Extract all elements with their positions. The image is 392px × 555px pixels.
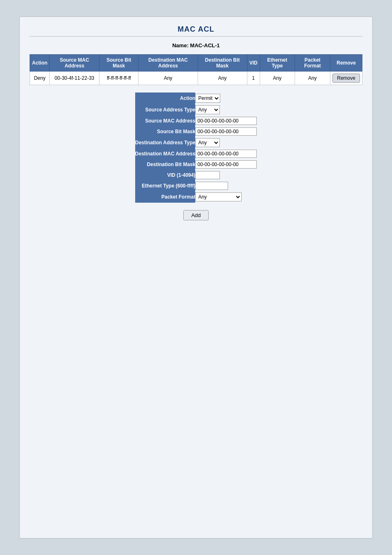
cell-ethernet-type: Any: [260, 72, 295, 85]
form-table: Action Permit Deny Source Address Type A…: [135, 92, 257, 203]
dest-address-type-select[interactable]: Any Host Single: [195, 138, 220, 147]
dest-mac-input[interactable]: [195, 150, 257, 158]
packet-format-input-cell: Any Untagged-eth2 Tagged Untagged-802.3: [195, 191, 257, 203]
dest-bitmask-input-cell: [195, 159, 257, 170]
cell-action: Deny: [30, 72, 50, 85]
ethernet-type-input[interactable]: [195, 182, 228, 190]
add-button[interactable]: Add: [183, 210, 208, 220]
col-header-dest-bitmask: Destination Bit Mask: [198, 55, 247, 72]
cell-source-mac: 00-30-4f-11-22-33: [50, 72, 99, 85]
cell-dest-mac: Any: [138, 72, 198, 85]
form-row-ethernet-type: Ethernet Type (600-ffff): [135, 180, 257, 191]
cell-remove: Remove: [330, 72, 362, 85]
col-header-vid: VID: [247, 55, 260, 72]
col-header-source-mac: Source MAC Address: [50, 55, 99, 72]
dest-address-type-input-cell: Any Host Single: [195, 137, 257, 148]
source-address-type-input-cell: Any Host Single: [195, 104, 257, 116]
cell-source-bitmask: ff-ff-ff-ff-ff-ff: [99, 72, 138, 85]
form-row-dest-mac: Destination MAC Address: [135, 148, 257, 159]
action-label: Action: [135, 92, 196, 104]
col-header-packet-format: Packet Format: [295, 55, 330, 72]
form-row-source-address-type: Source Address Type Any Host Single: [135, 104, 257, 116]
source-address-type-select[interactable]: Any Host Single: [195, 105, 220, 114]
col-header-ethernet-type: Ethernet Type: [260, 55, 295, 72]
main-panel: MAC ACL Name: MAC-ACL-1 Action Source MA…: [19, 16, 373, 539]
source-bitmask-label: Source Bit Mask: [135, 126, 196, 137]
packet-format-label: Packet Format: [135, 191, 196, 203]
form-row-dest-address-type: Destination Address Type Any Host Single: [135, 137, 257, 148]
table-row: Deny 00-30-4f-11-22-33 ff-ff-ff-ff-ff-ff…: [30, 72, 362, 85]
col-header-action: Action: [30, 55, 50, 72]
form-row-action: Action Permit Deny: [135, 92, 257, 104]
form-row-packet-format: Packet Format Any Untagged-eth2 Tagged U…: [135, 191, 257, 203]
source-bitmask-input-cell: [195, 126, 257, 137]
add-rule-form: Action Permit Deny Source Address Type A…: [30, 92, 362, 220]
col-header-source-bitmask: Source Bit Mask: [99, 55, 138, 72]
dest-bitmask-input[interactable]: [195, 160, 257, 169]
ethernet-type-input-cell: [195, 180, 257, 191]
cell-vid: 1: [247, 72, 260, 85]
dest-mac-input-cell: [195, 148, 257, 159]
vid-label: VID (1-4094): [135, 170, 196, 180]
action-select[interactable]: Permit Deny: [195, 94, 220, 103]
dest-address-type-label: Destination Address Type: [135, 137, 196, 148]
acl-table: Action Source MAC Address Source Bit Mas…: [30, 54, 362, 85]
col-header-remove: Remove: [330, 55, 362, 72]
form-row-source-mac: Source MAC Address: [135, 116, 257, 126]
source-mac-input[interactable]: [195, 117, 257, 125]
acl-name: Name: MAC-ACL-1: [30, 42, 362, 49]
vid-input-cell: [195, 170, 257, 180]
page-title: MAC ACL: [30, 25, 362, 34]
form-row-dest-bitmask: Destination Bit Mask: [135, 159, 257, 170]
col-header-dest-mac: Destination MAC Address: [138, 55, 198, 72]
cell-packet-format: Any: [295, 72, 330, 85]
remove-button[interactable]: Remove: [332, 74, 360, 83]
source-address-type-label: Source Address Type: [135, 104, 196, 116]
dest-bitmask-label: Destination Bit Mask: [135, 159, 196, 170]
form-row-vid: VID (1-4094): [135, 170, 257, 180]
packet-format-select[interactable]: Any Untagged-eth2 Tagged Untagged-802.3: [195, 192, 242, 201]
source-mac-input-cell: [195, 116, 257, 126]
vid-input[interactable]: [195, 171, 220, 179]
form-row-source-bitmask: Source Bit Mask: [135, 126, 257, 137]
source-mac-label: Source MAC Address: [135, 116, 196, 126]
source-bitmask-input[interactable]: [195, 127, 257, 136]
dest-mac-label: Destination MAC Address: [135, 148, 196, 159]
action-input-cell: Permit Deny: [195, 92, 257, 104]
title-divider: [30, 36, 362, 37]
cell-dest-bitmask: Any: [198, 72, 247, 85]
ethernet-type-label: Ethernet Type (600-ffff): [135, 180, 196, 191]
